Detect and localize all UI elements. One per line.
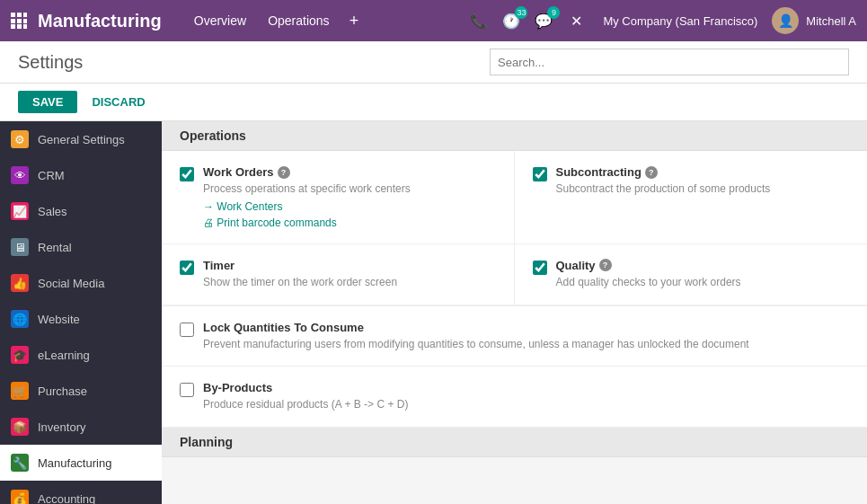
inventory-icon: 📦	[11, 418, 29, 436]
sidebar-label-accounting: Accounting	[38, 492, 95, 505]
search-input[interactable]	[490, 49, 849, 75]
close-icon[interactable]: ✕	[563, 8, 588, 33]
help-icon-subcontracting[interactable]: ?	[645, 166, 658, 179]
nav-operations[interactable]: Operations	[257, 0, 340, 41]
checkbox-quality[interactable]	[533, 261, 547, 275]
rental-icon: 🖥	[11, 238, 29, 256]
setting-cell-work-orders: Work Orders?Process operations at specif…	[162, 151, 515, 244]
nav-overview[interactable]: Overview	[183, 0, 257, 41]
purchase-icon: 🛒	[11, 382, 29, 400]
phone-icon[interactable]: 📞	[466, 8, 491, 33]
setting-full-by-products: By-ProductsProduce residual products (A …	[162, 367, 867, 428]
svg-rect-8	[23, 24, 27, 29]
app-title: Manufacturing	[38, 11, 162, 31]
sidebar-label-sales: Sales	[38, 205, 67, 218]
social-icon: 👍	[11, 274, 29, 292]
page-title: Settings	[18, 52, 83, 73]
sidebar-item-inventory[interactable]: 📦 Inventory	[0, 409, 162, 445]
setting-desc-lock-quantities: Prevent manufacturing users from modifyi…	[203, 337, 749, 352]
elearning-icon: 🎓	[11, 346, 29, 364]
setting-row-timer: TimerShow the timer on the work order sc…	[180, 259, 496, 290]
setting-desc-quality: Add quality checks to your work orders	[556, 275, 741, 290]
svg-rect-1	[17, 13, 22, 17]
svg-rect-0	[11, 13, 15, 17]
setting-row-quality: Quality?Add quality checks to your work …	[533, 259, 850, 290]
sidebar-item-crm[interactable]: 👁 CRM	[0, 157, 162, 193]
sidebar-label-inventory: Inventory	[38, 420, 85, 434]
company-name: My Company (San Francisco)	[603, 14, 757, 28]
setting-label-quality: Quality?	[556, 259, 741, 272]
discard-button[interactable]: DISCARD	[84, 91, 152, 113]
sidebar-label-social: Social Media	[38, 277, 104, 290]
setting-cell-quality: Quality?Add quality checks to your work …	[515, 244, 868, 305]
svg-rect-6	[11, 24, 15, 29]
setting-label-work-orders: Work Orders?	[203, 165, 411, 179]
top-nav: Manufacturing Overview Operations + 📞 🕐 …	[0, 0, 867, 41]
sidebar-label-crm: CRM	[38, 169, 65, 182]
setting-label-subcontracting: Subcontracting?	[556, 165, 771, 179]
sidebar-item-elearning[interactable]: 🎓 eLearning	[0, 337, 162, 373]
section-header-planning: Planning	[162, 428, 867, 457]
setting-cell-subcontracting: Subcontracting?Subcontract the productio…	[515, 151, 868, 244]
nav-links: Overview Operations +	[183, 0, 467, 41]
setting-desc-timer: Show the timer on the work order screen	[203, 275, 397, 290]
setting-row-lock-quantities: Lock Quantities To ConsumePrevent manufa…	[180, 321, 849, 352]
action-bar: SAVE DISCARD	[0, 84, 867, 121]
user-avatar[interactable]: 👤	[772, 7, 799, 34]
subheader: Settings	[0, 41, 867, 84]
section-header-operations: Operations	[162, 121, 867, 151]
nav-add[interactable]: +	[341, 0, 368, 41]
sales-icon: 📈	[11, 202, 29, 220]
grid-menu-icon[interactable]	[11, 13, 27, 29]
settings-grid-operations: Work Orders?Process operations at specif…	[162, 151, 867, 306]
checkbox-subcontracting[interactable]	[533, 167, 547, 181]
sidebar-label-elearning: eLearning	[38, 349, 90, 362]
setting-full-lock-quantities: Lock Quantities To ConsumePrevent manufa…	[162, 306, 867, 367]
sidebar: ⚙ General Settings 👁 CRM 📈 Sales 🖥 Renta…	[0, 121, 162, 504]
user-name: Mitchell A	[806, 14, 856, 28]
sidebar-item-accounting[interactable]: 💰 Accounting	[0, 481, 162, 504]
clock-icon[interactable]: 🕐 33	[499, 8, 524, 33]
checkbox-timer[interactable]	[180, 261, 194, 275]
setting-link-print-barcode-commands[interactable]: 🖨 Print barcode commands	[203, 217, 411, 229]
sidebar-label-website: Website	[38, 313, 80, 326]
sidebar-item-sales[interactable]: 📈 Sales	[0, 193, 162, 229]
setting-desc-by-products: Produce residual products (A + B -> C + …	[203, 397, 408, 412]
setting-label-timer: Timer	[203, 259, 397, 272]
help-icon-work-orders[interactable]: ?	[278, 166, 290, 179]
sidebar-item-website[interactable]: 🌐 Website	[0, 301, 162, 337]
chat-icon[interactable]: 💬 9	[531, 8, 556, 33]
setting-cell-timer: TimerShow the timer on the work order sc…	[162, 244, 515, 305]
setting-desc-work-orders: Process operations at specific work cent…	[203, 181, 411, 197]
setting-label-by-products: By-Products	[203, 381, 408, 394]
crm-icon: 👁	[11, 166, 29, 184]
general-icon: ⚙	[11, 130, 29, 148]
svg-rect-2	[23, 13, 27, 17]
website-icon: 🌐	[11, 310, 29, 328]
sidebar-item-social[interactable]: 👍 Social Media	[0, 265, 162, 301]
clock-badge: 33	[515, 6, 527, 19]
setting-row-work-orders: Work Orders?Process operations at specif…	[180, 165, 496, 229]
main-layout: ⚙ General Settings 👁 CRM 📈 Sales 🖥 Renta…	[0, 121, 867, 504]
svg-rect-5	[23, 19, 27, 23]
sidebar-item-rental[interactable]: 🖥 Rental	[0, 229, 162, 265]
sidebar-item-manufacturing[interactable]: 🔧 Manufacturing	[0, 445, 162, 481]
nav-right: 📞 🕐 33 💬 9 ✕ My Company (San Francisco) …	[466, 7, 856, 34]
svg-rect-7	[17, 24, 22, 29]
checkbox-work-orders[interactable]	[180, 167, 194, 181]
sidebar-item-purchase[interactable]: 🛒 Purchase	[0, 373, 162, 409]
help-icon-quality[interactable]: ?	[599, 259, 612, 271]
checkbox-lock-quantities[interactable]	[180, 323, 194, 337]
sidebar-label-rental: Rental	[38, 241, 72, 254]
sidebar-item-general[interactable]: ⚙ General Settings	[0, 121, 162, 157]
sidebar-label-general: General Settings	[38, 133, 125, 146]
checkbox-by-products[interactable]	[180, 383, 194, 397]
sidebar-label-purchase: Purchase	[38, 385, 87, 398]
save-button[interactable]: SAVE	[18, 91, 77, 113]
svg-rect-4	[17, 19, 22, 23]
manufacturing-icon: 🔧	[11, 454, 29, 472]
setting-row-subcontracting: Subcontracting?Subcontract the productio…	[533, 165, 850, 197]
chat-badge: 9	[547, 6, 560, 19]
setting-desc-subcontracting: Subcontract the production of some produ…	[556, 181, 771, 197]
setting-link-work-centers[interactable]: → Work Centers	[203, 200, 411, 213]
